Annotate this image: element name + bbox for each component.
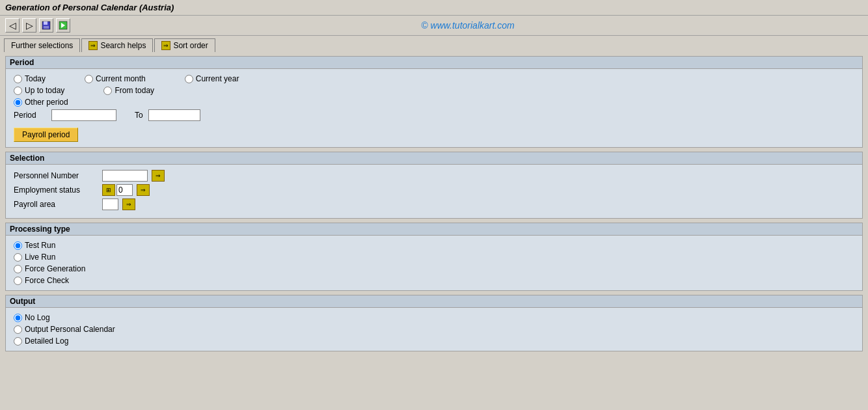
stop-icon[interactable]: [56, 18, 70, 33]
employment-status-arrow-btn[interactable]: ⇒: [137, 184, 150, 196]
title-bar: Generation of Personal Calendar (Austria…: [0, 0, 868, 16]
output-personal-calendar-option[interactable]: Output Personal Calendar: [14, 325, 854, 334]
selection-section-body: Personnel Number ⇒ Employment status ⊞ ⇒…: [6, 165, 862, 218]
other-period-radio[interactable]: [14, 98, 22, 107]
processing-type-header: Processing type: [6, 223, 862, 236]
search-helps-tab[interactable]: ⇒ Search helps: [81, 38, 153, 52]
no-log-option[interactable]: No Log: [14, 313, 854, 322]
period-from-input[interactable]: [51, 109, 116, 121]
force-check-label: Force Check: [25, 276, 69, 285]
selection-section-header: Selection: [6, 152, 862, 165]
no-log-label: No Log: [25, 313, 50, 322]
svg-rect-2: [44, 26, 49, 29]
watermark: © www.tutorialkart.com: [73, 20, 863, 31]
other-period-option[interactable]: Other period: [14, 98, 68, 107]
test-run-label: Test Run: [25, 241, 55, 250]
forward-icon[interactable]: ▷: [22, 18, 36, 33]
period-to-input[interactable]: [148, 109, 200, 121]
sort-order-label: Sort order: [173, 41, 208, 50]
period-section-header: Period: [6, 57, 862, 69]
current-month-option[interactable]: Current month: [85, 74, 146, 83]
output-section: Output No Log Output Personal Calendar D…: [5, 295, 863, 351]
no-log-radio[interactable]: [14, 314, 22, 322]
today-label: Today: [25, 74, 46, 83]
processing-type-body: Test Run Live Run Force Generation Force…: [6, 236, 862, 290]
live-run-option[interactable]: Live Run: [14, 253, 854, 262]
further-selections-tab[interactable]: Further selections: [4, 38, 80, 52]
from-today-radio[interactable]: [103, 87, 112, 95]
main-content: Period Today Current month Current year: [0, 52, 868, 359]
title-text: Generation of Personal Calendar (Austria…: [5, 3, 174, 12]
payroll-area-input[interactable]: [102, 198, 118, 210]
up-to-today-option[interactable]: Up to today: [14, 86, 64, 95]
test-run-radio[interactable]: [14, 241, 22, 250]
current-year-option[interactable]: Current year: [185, 74, 239, 83]
period-row-3: Other period: [14, 98, 854, 107]
personnel-number-arrow-btn[interactable]: ⇒: [152, 170, 165, 182]
personnel-number-label: Personnel Number: [14, 171, 98, 180]
svg-rect-1: [44, 21, 47, 25]
employment-status-label: Employment status: [14, 185, 98, 195]
up-to-today-label: Up to today: [25, 86, 64, 95]
today-option[interactable]: Today: [14, 74, 46, 83]
payroll-area-label: Payroll area: [14, 200, 98, 209]
from-today-option[interactable]: From today: [103, 86, 154, 95]
current-month-label: Current month: [96, 74, 146, 83]
period-section-body: Today Current month Current year Up to t…: [6, 69, 862, 147]
sort-order-arrow-icon: ⇒: [161, 41, 170, 50]
force-generation-radio[interactable]: [14, 265, 22, 273]
current-year-label: Current year: [196, 74, 239, 83]
employment-status-icon[interactable]: ⊞: [102, 184, 115, 196]
output-section-body: No Log Output Personal Calendar Detailed…: [6, 308, 862, 351]
current-year-radio[interactable]: [185, 75, 193, 83]
search-helps-label: Search helps: [100, 41, 146, 50]
search-helps-arrow-icon: ⇒: [88, 41, 98, 50]
payroll-area-arrow-btn[interactable]: ⇒: [122, 198, 135, 210]
period-input-row: Period To: [14, 109, 854, 121]
from-today-label: From today: [115, 86, 154, 95]
processing-type-section: Processing type Test Run Live Run Force …: [5, 223, 863, 291]
force-generation-label: Force Generation: [25, 264, 85, 273]
toolbar: ◁ ▷ © www.tutorialkart.com: [0, 16, 868, 36]
personnel-number-row: Personnel Number ⇒: [14, 170, 854, 182]
output-personal-calendar-label: Output Personal Calendar: [25, 325, 115, 334]
to-label: To: [135, 111, 143, 120]
other-period-label: Other period: [25, 98, 68, 107]
period-section: Period Today Current month Current year: [5, 56, 863, 148]
live-run-label: Live Run: [25, 253, 55, 262]
period-row-1: Today Current month Current year: [14, 74, 854, 83]
payroll-area-row: Payroll area ⇒: [14, 198, 854, 210]
output-personal-calendar-radio[interactable]: [14, 325, 22, 334]
sort-order-tab[interactable]: ⇒ Sort order: [154, 38, 215, 52]
employment-status-wrapper: ⊞: [102, 184, 133, 196]
test-run-option[interactable]: Test Run: [14, 241, 854, 250]
force-generation-option[interactable]: Force Generation: [14, 264, 854, 273]
back-icon[interactable]: ◁: [5, 18, 20, 33]
further-selections-label: Further selections: [11, 41, 73, 50]
tab-bar: Further selections ⇒ Search helps ⇒ Sort…: [0, 36, 868, 52]
current-month-radio[interactable]: [85, 75, 93, 83]
today-radio[interactable]: [14, 75, 22, 83]
period-field-label: Period: [14, 111, 46, 120]
output-section-header: Output: [6, 295, 862, 308]
employment-status-input[interactable]: [116, 184, 133, 196]
personnel-number-input[interactable]: [102, 170, 148, 182]
payroll-period-button[interactable]: Payroll period: [14, 128, 78, 142]
selection-section: Selection Personnel Number ⇒ Employment …: [5, 152, 863, 219]
save-icon[interactable]: [39, 18, 53, 33]
force-check-radio[interactable]: [14, 277, 22, 285]
force-check-option[interactable]: Force Check: [14, 276, 854, 285]
employment-status-row: Employment status ⊞ ⇒: [14, 184, 854, 196]
period-row-2: Up to today From today: [14, 86, 854, 95]
live-run-radio[interactable]: [14, 253, 22, 262]
detailed-log-label: Detailed Log: [25, 336, 68, 346]
detailed-log-option[interactable]: Detailed Log: [14, 336, 854, 346]
detailed-log-radio[interactable]: [14, 337, 22, 346]
up-to-today-radio[interactable]: [14, 87, 22, 95]
